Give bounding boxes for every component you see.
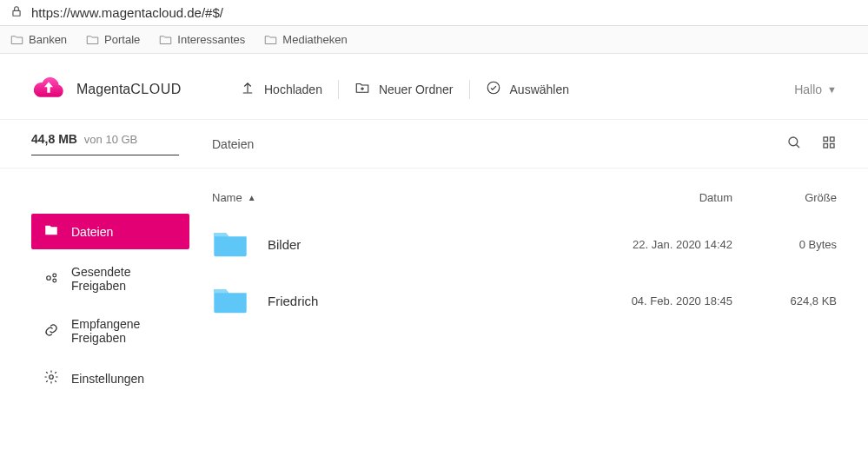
storage-indicator: 44,8 MB von 10 GB (0, 120, 209, 168)
sidebar-item-label: Gesendete Freigaben (71, 265, 177, 293)
share-sent-icon (43, 270, 59, 288)
breadcrumb[interactable]: Dateien (209, 120, 786, 168)
sidebar-item-label: Dateien (71, 225, 113, 239)
svg-point-1 (487, 82, 500, 94)
check-circle-icon (486, 80, 501, 98)
svg-rect-5 (824, 144, 828, 149)
view-controls (786, 120, 868, 168)
brand-text: MagentaCLOUD (76, 82, 182, 97)
folder-icon (43, 222, 59, 241)
toolbar-separator (338, 80, 339, 99)
bookmark-label: Portale (104, 33, 140, 46)
upload-button[interactable]: Hochladen (240, 80, 322, 98)
toolbar-label: Hochladen (264, 83, 322, 96)
file-size: 624,8 KB (732, 294, 837, 307)
file-list: Name ▲ Datum Größe Bilder 22. Jan. 2020 … (209, 169, 868, 403)
app-header: MagentaCLOUD Hochladen Neuer Ordner Ausw… (0, 54, 868, 120)
search-icon[interactable] (786, 135, 802, 153)
bookmark-label: Interessantes (177, 33, 245, 46)
table-row[interactable]: Friedrich 04. Feb. 2020 18:45 624,8 KB (212, 273, 837, 329)
grid-view-icon[interactable] (821, 135, 837, 153)
file-date: 22. Jan. 2020 14:42 (576, 238, 732, 251)
sort-asc-icon: ▲ (248, 193, 256, 202)
bookmark-label: Banken (29, 33, 67, 46)
lock-icon (10, 5, 31, 20)
bookmark-portale[interactable]: Portale (86, 33, 140, 46)
bookmarks-bar: Banken Portale Interessantes Mediatheken (0, 26, 868, 54)
user-greeting: Hallo (794, 83, 822, 96)
gear-icon (43, 369, 59, 387)
file-size: 0 Bytes (732, 238, 837, 251)
svg-point-8 (53, 274, 56, 277)
sidebar-item-gesendete-freigaben[interactable]: Gesendete Freigaben (31, 256, 189, 301)
column-header-size[interactable]: Größe (732, 191, 837, 204)
folder-icon (212, 228, 268, 261)
storage-used: 44,8 MB (31, 132, 77, 146)
table-header: Name ▲ Datum Größe (212, 184, 837, 216)
bookmark-banken[interactable]: Banken (10, 33, 67, 46)
svg-rect-3 (824, 137, 828, 142)
svg-rect-0 (13, 10, 20, 16)
sidebar-item-empfangene-freigaben[interactable]: Empfangene Freigaben (31, 308, 189, 354)
browser-url-bar: https://www.magentacloud.de/#$/ (0, 0, 868, 26)
sub-header: 44,8 MB von 10 GB Dateien (0, 120, 868, 169)
toolbar-separator (469, 80, 470, 99)
toolbar-label: Auswählen (510, 83, 570, 96)
sidebar-item-einstellungen[interactable]: Einstellungen (31, 360, 189, 396)
column-header-name[interactable]: Name ▲ (212, 191, 576, 204)
breadcrumb-item: Dateien (212, 137, 254, 151)
storage-bar (31, 155, 179, 155)
select-button[interactable]: Auswählen (486, 80, 570, 98)
bookmark-label: Mediatheken (282, 33, 347, 46)
user-menu[interactable]: Hallo ▼ (794, 83, 837, 96)
svg-point-10 (50, 375, 54, 380)
sidebar: Dateien Gesendete Freigaben Empfangene F… (0, 169, 209, 403)
file-date: 04. Feb. 2020 18:45 (576, 294, 732, 307)
svg-point-7 (47, 275, 51, 280)
cloud-upload-icon (31, 75, 66, 103)
url-text[interactable]: https://www.magentacloud.de/#$/ (31, 5, 223, 20)
svg-rect-4 (831, 137, 835, 142)
file-name: Friedrich (268, 294, 576, 308)
brand-logo[interactable]: MagentaCLOUD (31, 75, 240, 103)
new-folder-icon (354, 80, 370, 98)
storage-von: von 10 GB (84, 133, 137, 146)
toolbar: Hochladen Neuer Ordner Auswählen (240, 80, 794, 99)
chevron-down-icon: ▼ (827, 84, 837, 95)
file-name: Bilder (268, 237, 576, 252)
sidebar-item-label: Empfangene Freigaben (71, 317, 177, 345)
sidebar-item-label: Einstellungen (71, 372, 144, 386)
new-folder-button[interactable]: Neuer Ordner (354, 80, 454, 98)
toolbar-label: Neuer Ordner (379, 83, 454, 96)
upload-icon (240, 80, 255, 98)
bookmark-mediatheken[interactable]: Mediatheken (264, 33, 347, 46)
svg-rect-6 (831, 144, 835, 149)
svg-point-9 (53, 279, 56, 282)
link-icon (43, 322, 59, 340)
main-area: Dateien Gesendete Freigaben Empfangene F… (0, 169, 868, 403)
table-row[interactable]: Bilder 22. Jan. 2020 14:42 0 Bytes (212, 216, 837, 273)
svg-point-2 (789, 137, 798, 146)
sidebar-item-dateien[interactable]: Dateien (31, 214, 189, 249)
column-header-date[interactable]: Datum (576, 191, 732, 204)
folder-icon (212, 285, 268, 317)
bookmark-interessantes[interactable]: Interessantes (159, 33, 245, 46)
